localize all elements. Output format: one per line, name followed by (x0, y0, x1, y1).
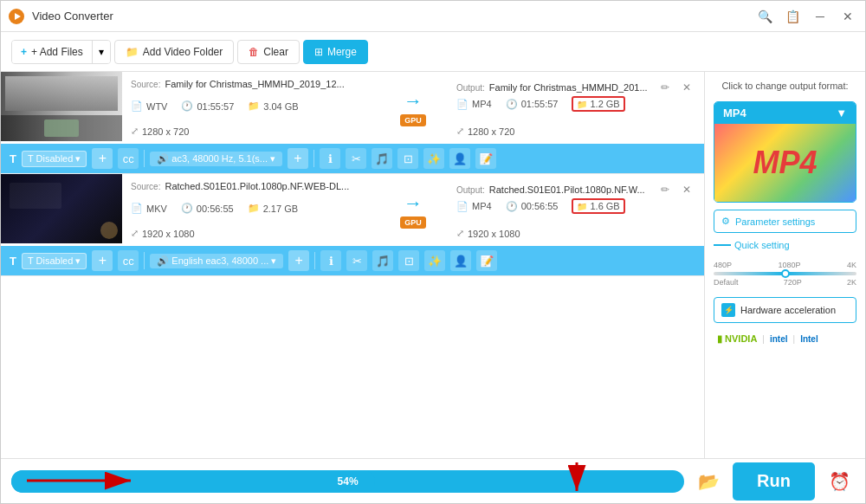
edit-output-button[interactable]: ✏ (656, 79, 674, 96)
info-button-2[interactable]: ℹ (320, 250, 341, 271)
effect-button[interactable]: ✨ (423, 148, 444, 169)
gpu-badge: GPU (400, 114, 426, 126)
crop-button[interactable]: ⊡ (397, 148, 418, 169)
audio-settings-button-2[interactable]: 🎵 (372, 250, 393, 271)
resolution-item: ⤢ 1280 x 720 (131, 126, 189, 137)
out-resolution-item-2: ⤢ 1920 x 1080 (456, 228, 520, 239)
audio-info: 🔊 ac3, 48000 Hz, 5.1(s... ▾ (150, 152, 282, 166)
file-source-info-2: Source: Ratched.S01E01.Pilot.1080p.NF.WE… (122, 174, 378, 246)
file-meta-2: 📄 MKV 🕐 00:56:55 📁 2.17 GB (131, 203, 370, 239)
file-item: Source: Family for Christmas_HMMHD_2019_… (1, 72, 704, 174)
audio-info-2: 🔊 English eac3, 48000 ... ▾ (150, 254, 283, 268)
bookmark-button[interactable]: 📋 (782, 6, 803, 27)
source-path-2: Source: Ratched.S01E01.Pilot.1080p.NF.WE… (131, 181, 370, 191)
cut-button-2[interactable]: ✂ (346, 250, 367, 271)
subtitle-edit-button[interactable]: cc (118, 148, 139, 169)
output-meta: 📄 MP4 🕐 01:55:57 📁 1.2 GB (456, 96, 695, 137)
title-bar-controls: 🔍 📋 ─ ✕ (754, 6, 858, 27)
resolution-item-2: ⤢ 1920 x 1080 (131, 228, 195, 239)
output-folder-icon: 📂 (698, 471, 720, 492)
file-row: Source: Ratched.S01E01.Pilot.1080p.NF.WE… (1, 174, 704, 246)
subtitle-config-button-2[interactable]: 📝 (476, 250, 497, 271)
merge-button[interactable]: ⊞ Merge (303, 40, 368, 64)
cut-button[interactable]: ✂ (346, 148, 366, 169)
source-path: Source: Family for Christmas_HMMHD_2019_… (131, 79, 370, 89)
out-clock-icon-2: 🕐 (506, 201, 518, 212)
schedule-button[interactable]: ⏰ (824, 466, 855, 497)
watermark-button-2[interactable]: 👤 (450, 250, 471, 271)
audio-settings-button[interactable]: 🎵 (372, 148, 392, 169)
subtitle-t-icon-2: T (10, 255, 16, 268)
progress-container: 54% (11, 470, 684, 493)
info-button[interactable]: ℹ (320, 148, 340, 169)
add-files-group: + + Add Files ▾ (11, 40, 111, 64)
add-audio-button[interactable]: + (288, 148, 308, 169)
quality-thumb[interactable] (781, 269, 790, 278)
duration-item: 🕐 01:55:57 (181, 100, 234, 112)
clear-button[interactable]: 🗑 Clear (237, 40, 300, 64)
plus-icon: + (21, 46, 27, 58)
subtitle-config-button[interactable]: 📝 (475, 148, 496, 169)
out-format-item-2: 📄 MP4 (456, 201, 492, 212)
filesize-item: 📁 3.04 GB (248, 100, 298, 112)
run-button[interactable]: Run (733, 462, 815, 501)
edit-output-button-2[interactable]: ✏ (656, 181, 674, 198)
out-size-highlight: 📁 1.2 GB (572, 96, 624, 112)
pin-button[interactable]: 🔍 (754, 6, 775, 27)
out-resolution-item: ⤢ 1280 x 720 (456, 126, 514, 137)
format-change-label: Click to change output format: (714, 81, 856, 91)
subtitle-select-2[interactable]: T Disabled ▾ (22, 253, 87, 269)
chevron-down-icon: ▾ (99, 46, 104, 58)
out-format-icon-2: 📄 (456, 201, 469, 212)
out-duration-item-2: 🕐 00:56:55 (506, 201, 559, 212)
out-duration-item: 🕐 01:55:57 (506, 99, 559, 110)
output-header-2: Output: Ratched.S01E01.Pilot.1080p.NF.W.… (456, 181, 695, 198)
minimize-button[interactable]: ─ (810, 6, 830, 27)
out-size-highlight-2: 📁 1.6 GB (572, 198, 624, 214)
watermark-button[interactable]: 👤 (449, 148, 470, 169)
bottom-bar: 54% 📂 Run ⏰ (1, 458, 865, 503)
subtitle-t-icon: T (10, 152, 16, 165)
output-folder-button[interactable]: 📂 (693, 466, 724, 497)
out-folder-icon-2: 📁 (577, 202, 587, 211)
file-thumbnail (1, 72, 122, 141)
crop-button-2[interactable]: ⊡ (398, 250, 419, 271)
format-dropdown-icon: ▼ (836, 107, 847, 120)
toolbar-divider (144, 150, 145, 167)
subtitle-bar-1: T T Disabled ▾ + cc 🔊 ac3, 48000 Hz, 5.1… (1, 144, 704, 173)
file-output-info-2: Output: Ratched.S01E01.Pilot.1080p.NF.W.… (448, 174, 704, 246)
hw-icon: ⚡ (721, 303, 735, 317)
convert-arrow-2: → GPU (378, 174, 448, 246)
mp4-preview-bg: MP4 (714, 124, 856, 202)
add-folder-button[interactable]: 📁 Add Video Folder (114, 40, 235, 64)
intel-logo: intel (770, 334, 788, 344)
close-output-button[interactable]: ✕ (678, 79, 695, 96)
add-subtitle-button-2[interactable]: + (92, 250, 113, 271)
progress-fill (11, 470, 375, 493)
file-thumbnail-2 (1, 174, 122, 243)
out-format-icon: 📄 (456, 99, 469, 110)
close-button[interactable]: ✕ (837, 6, 858, 27)
clock-icon: 🕐 (181, 100, 193, 112)
parameter-settings-button[interactable]: ⚙ Parameter settings (714, 210, 856, 233)
effect-button-2[interactable]: ✨ (424, 250, 445, 271)
add-subtitle-button[interactable]: + (92, 148, 113, 169)
add-audio-button-2[interactable]: + (288, 250, 309, 271)
empty-area (1, 276, 704, 458)
out-resize-icon-2: ⤢ (456, 228, 464, 239)
close-output-button-2[interactable]: ✕ (678, 181, 695, 198)
output-meta-2: 📄 MP4 🕐 00:56:55 📁 1.6 GB (456, 198, 695, 239)
duration-item-2: 🕐 00:56:55 (181, 203, 234, 214)
resize-icon-2: ⤢ (131, 228, 139, 239)
output-header: Output: Family for Christmas_HMMHD_201..… (456, 79, 695, 96)
add-files-dropdown[interactable]: ▾ (93, 41, 110, 63)
format-header[interactable]: MP4 ▼ (714, 102, 856, 124)
toolbar-divider-2 (313, 150, 314, 167)
subtitle-edit-button-2[interactable]: cc (118, 250, 139, 271)
app-title: Video Converter (32, 10, 754, 23)
hardware-acceleration-button[interactable]: ⚡ Hardware acceleration (714, 297, 856, 323)
add-files-button[interactable]: + + Add Files (12, 41, 93, 63)
format-name: MP4 (723, 107, 746, 120)
folder-file-icon: 📁 (248, 100, 260, 112)
subtitle-select[interactable]: T Disabled ▾ (22, 151, 87, 167)
